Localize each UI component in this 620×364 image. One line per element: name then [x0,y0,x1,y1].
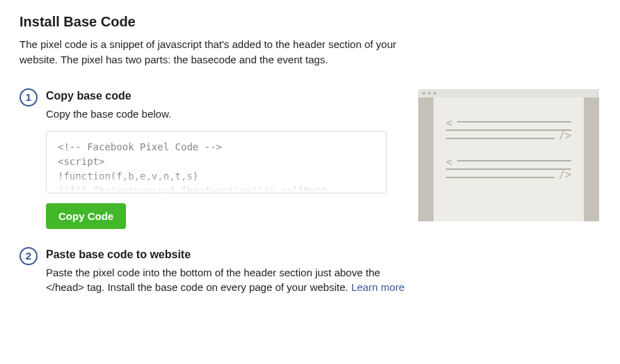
step-2-desc: Paste the pixel code into the bottom of … [46,265,409,294]
step-2: 2 Paste base code to website Paste the p… [19,248,409,294]
code-illustration-row: < /> [446,157,571,177]
angle-open-icon: < [446,117,452,129]
angle-open-icon: < [446,156,452,168]
code-illustration-row: < /> [446,118,571,138]
code-line: <!-- Facebook Pixel Code --> [58,140,375,155]
code-line: <script> [58,155,375,169]
angle-close-icon: /> [559,129,571,142]
copy-code-button[interactable]: Copy Code [46,203,126,229]
page-title: Install Base Code [19,14,601,30]
step-1: 1 Copy base code Copy the base code belo… [19,90,409,229]
step-2-title: Paste base code to website [46,248,409,261]
step-2-badge: 2 [19,247,38,265]
step-1-badge: 1 [19,88,38,106]
step-1-title: Copy base code [46,90,409,102]
code-snippet-box[interactable]: <!-- Facebook Pixel Code --> <script> !f… [46,131,387,193]
browser-chrome-bar [418,89,599,97]
step-1-desc: Copy the base code below. [46,106,409,121]
learn-more-link[interactable]: Learn more [351,281,405,293]
browser-illustration: < /> < /> [418,89,599,221]
angle-close-icon: /> [559,168,571,181]
intro-text: The pixel code is a snippet of javascrip… [19,37,437,68]
